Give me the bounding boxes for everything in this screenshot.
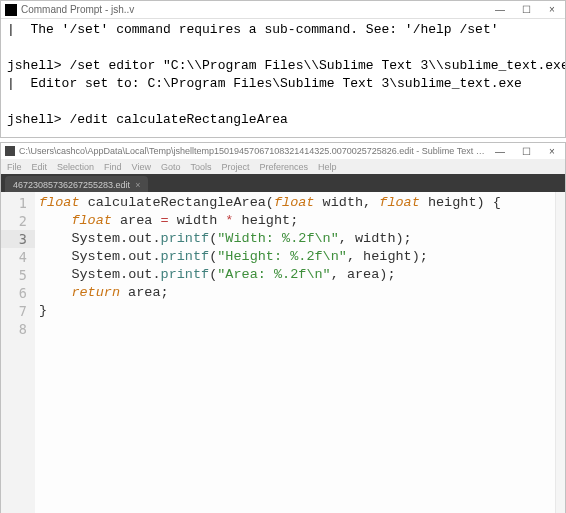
- sublime-window: C:\Users\cashco\AppData\Local\Temp\jshel…: [0, 142, 566, 513]
- line-number: 6: [1, 284, 35, 302]
- menu-edit[interactable]: Edit: [32, 162, 48, 172]
- tab-active[interactable]: 46723085736267255283.edit ×: [5, 176, 148, 192]
- menu-help[interactable]: Help: [318, 162, 337, 172]
- sublime-menubar: FileEditSelectionFindViewGotoToolsProjec…: [0, 159, 566, 174]
- line-number: 5: [1, 266, 35, 284]
- code-line[interactable]: return area;: [35, 284, 555, 302]
- code-line[interactable]: float calculateRectangleArea(float width…: [35, 194, 555, 212]
- menu-project[interactable]: Project: [221, 162, 249, 172]
- line-number-gutter: 12345678: [1, 192, 35, 513]
- sublime-title: C:\Users\cashco\AppData\Local\Temp\jshel…: [19, 146, 487, 156]
- code-area[interactable]: float calculateRectangleArea(float width…: [35, 192, 555, 513]
- maximize-button[interactable]: ☐: [513, 1, 539, 19]
- menu-preferences[interactable]: Preferences: [259, 162, 308, 172]
- tab-bar: 46723085736267255283.edit ×: [0, 174, 566, 192]
- code-line[interactable]: System.out.printf("Width: %.2f\n", width…: [35, 230, 555, 248]
- line-number: 3: [1, 230, 35, 248]
- minimap[interactable]: [555, 192, 565, 513]
- sublime-title-bar[interactable]: C:\Users\cashco\AppData\Local\Temp\jshel…: [0, 142, 566, 159]
- line-number: 2: [1, 212, 35, 230]
- cmd-output[interactable]: | The '/set' command requires a sub-comm…: [1, 19, 565, 137]
- sublime-window-controls: — ☐ ×: [487, 142, 565, 160]
- command-prompt-window: Command Prompt - jsh..v — ☐ × | The '/se…: [0, 0, 566, 138]
- cmd-title: Command Prompt - jsh..v: [21, 4, 487, 15]
- code-line[interactable]: System.out.printf("Height: %.2f\n", heig…: [35, 248, 555, 266]
- menu-tools[interactable]: Tools: [190, 162, 211, 172]
- menu-selection[interactable]: Selection: [57, 162, 94, 172]
- code-line[interactable]: }: [35, 302, 555, 320]
- menu-goto[interactable]: Goto: [161, 162, 181, 172]
- code-line[interactable]: float area = width * height;: [35, 212, 555, 230]
- cmd-title-bar[interactable]: Command Prompt - jsh..v — ☐ ×: [1, 1, 565, 19]
- maximize-button[interactable]: ☐: [513, 142, 539, 160]
- menu-file[interactable]: File: [7, 162, 22, 172]
- editor-area: 12345678 float calculateRectangleArea(fl…: [0, 192, 566, 513]
- cmd-icon: [5, 4, 17, 16]
- line-number: 7: [1, 302, 35, 320]
- sublime-icon: [5, 146, 15, 156]
- tab-label: 46723085736267255283.edit: [13, 180, 130, 190]
- minimize-button[interactable]: —: [487, 1, 513, 19]
- menu-view[interactable]: View: [132, 162, 151, 172]
- code-line[interactable]: System.out.printf("Area: %.2f\n", area);: [35, 266, 555, 284]
- cmd-window-controls: — ☐ ×: [487, 1, 565, 19]
- code-line[interactable]: [35, 320, 555, 338]
- line-number: 1: [1, 194, 35, 212]
- line-number: 8: [1, 320, 35, 338]
- menu-find[interactable]: Find: [104, 162, 122, 172]
- line-number: 4: [1, 248, 35, 266]
- close-icon[interactable]: ×: [135, 180, 140, 190]
- minimize-button[interactable]: —: [487, 142, 513, 160]
- close-button[interactable]: ×: [539, 142, 565, 160]
- close-button[interactable]: ×: [539, 1, 565, 19]
